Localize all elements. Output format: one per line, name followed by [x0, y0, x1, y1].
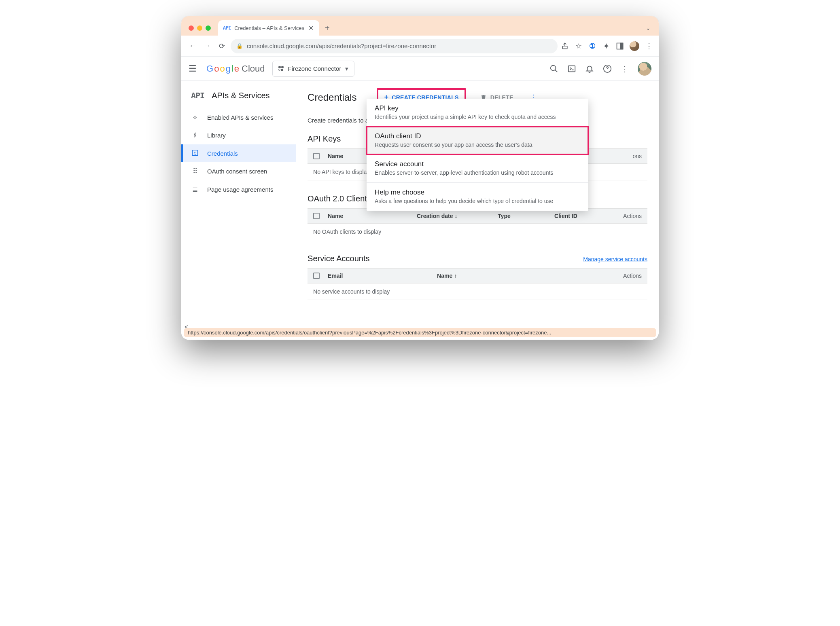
svg-rect-2 [620, 43, 623, 49]
select-all-checkbox[interactable] [313, 153, 320, 159]
column-name[interactable]: Name [328, 213, 409, 219]
sort-asc-icon: ↑ [454, 273, 457, 279]
column-creation-date[interactable]: Creation date↓ [417, 213, 490, 219]
sidebar-item-label: OAuth consent screen [207, 168, 267, 175]
sidebar-item-library[interactable]: ♯ Library [181, 126, 296, 144]
toolbar-icons: ☆ ① ✦ ⋮ [561, 41, 653, 51]
tab-title: Credentials – APIs & Services [234, 25, 304, 31]
svc-empty: No service accounts to display [308, 283, 647, 300]
project-picker[interactable]: Firezone Connector ▾ [272, 61, 355, 77]
section-service-accounts-title: Service Accounts [308, 254, 369, 263]
tab-strip: API Credentials – APIs & Services ✕ + ⌄ [181, 16, 659, 36]
select-all-checkbox[interactable] [313, 273, 320, 279]
menu-item-service-account[interactable]: Service account Enables server-to-server… [367, 154, 588, 182]
minimize-window[interactable] [197, 25, 202, 31]
column-actions: Actions [623, 213, 642, 219]
account-avatar[interactable] [638, 62, 651, 76]
help-icon[interactable] [603, 64, 612, 73]
sidebar-item-label: Page usage agreements [207, 186, 273, 193]
menu-item-help-me-choose[interactable]: Help me choose Asks a few questions to h… [367, 183, 588, 211]
new-tab-button[interactable]: + [325, 23, 330, 33]
menu-icon[interactable]: ☰ [189, 63, 199, 74]
browser-tab[interactable]: API Credentials – APIs & Services ✕ [218, 20, 319, 36]
bookmark-icon[interactable]: ☆ [575, 42, 583, 50]
close-tab-icon[interactable]: ✕ [308, 24, 314, 32]
key-icon: ⚿ [191, 149, 199, 157]
project-name: Firezone Connector [288, 65, 342, 72]
window-controls [189, 25, 211, 31]
oauth-empty: No OAuth clients to display [308, 223, 647, 240]
reading-list-icon[interactable] [616, 42, 624, 50]
svg-rect-0 [562, 46, 567, 49]
column-name[interactable]: Name↑ [437, 273, 498, 279]
column-type[interactable]: Type [498, 213, 546, 219]
password-manager-icon[interactable]: ① [588, 42, 596, 50]
sidebar-item-credentials[interactable]: ⚿ Credentials [181, 144, 296, 162]
back-button[interactable]: ← [187, 40, 198, 52]
tab-favicon: API [223, 25, 231, 31]
column-email[interactable]: Email [328, 273, 429, 279]
status-bar: https://console.cloud.google.com/apis/cr… [184, 328, 656, 337]
library-icon: ♯ [191, 131, 199, 140]
column-actions: Actions [623, 273, 642, 279]
cloud-shell-icon[interactable] [567, 64, 576, 73]
dropdown-icon: ▾ [345, 65, 348, 72]
reload-button[interactable]: ⟳ [216, 40, 227, 52]
sidebar: API APIs & Services ⟐ Enabled APIs & ser… [181, 81, 296, 340]
sidebar-item-page-usage[interactable]: ≣ Page usage agreements [181, 180, 296, 199]
sidebar-item-oauth-consent[interactable]: ⠿ OAuth consent screen [181, 162, 296, 180]
url-text: console.cloud.google.com/apis/credential… [247, 42, 436, 49]
sort-desc-icon: ↓ [455, 213, 458, 219]
agreements-icon: ≣ [191, 185, 199, 194]
share-icon[interactable] [561, 42, 569, 50]
tabs-dropdown-icon[interactable]: ⌄ [646, 25, 651, 31]
notifications-icon[interactable] [585, 64, 594, 73]
svg-point-3 [551, 65, 556, 70]
select-all-checkbox[interactable] [313, 213, 320, 219]
forward-button[interactable]: → [202, 40, 213, 52]
maximize-window[interactable] [206, 25, 211, 31]
sidebar-item-enabled-apis[interactable]: ⟐ Enabled APIs & services [181, 108, 296, 126]
project-icon [278, 66, 284, 72]
extensions-icon[interactable]: ✦ [602, 42, 610, 50]
column-client-id[interactable]: Client ID [554, 213, 615, 219]
browser-menu-icon[interactable]: ⋮ [645, 42, 653, 50]
profile-avatar[interactable] [630, 41, 639, 51]
diamond-icon: ⟐ [191, 113, 199, 121]
manage-service-accounts-link[interactable]: Manage service accounts [583, 256, 647, 262]
search-icon[interactable] [549, 64, 558, 73]
url-input[interactable]: 🔒 console.cloud.google.com/apis/credenti… [231, 39, 558, 53]
main-content: Credentials + CREATE CREDENTIALS DELETE … [296, 81, 659, 340]
sidebar-item-label: Enabled APIs & services [207, 114, 273, 121]
browser-window: API Credentials – APIs & Services ✕ + ⌄ … [181, 16, 659, 340]
api-logo: API [191, 91, 204, 100]
svc-table-header: Email Name↑ Actions [308, 268, 647, 283]
sidebar-item-label: Credentials [207, 150, 238, 157]
google-cloud-logo[interactable]: Google Cloud [206, 63, 265, 74]
lock-icon: 🔒 [236, 43, 243, 49]
close-window[interactable] [189, 25, 194, 31]
menu-item-oauth-client-id[interactable]: OAuth client ID Requests user consent so… [367, 127, 588, 154]
sidebar-title: APIs & Services [212, 91, 269, 100]
menu-item-api-key[interactable]: API key Identifies your project using a … [367, 99, 588, 127]
consent-icon: ⠿ [191, 167, 199, 176]
column-actions: ons [632, 153, 642, 159]
cloud-header: ☰ Google Cloud Firezone Connector ▾ ⋮ [181, 57, 659, 81]
page-title: Credentials [308, 92, 356, 103]
more-icon[interactable]: ⋮ [621, 64, 629, 74]
create-credentials-menu: API key Identifies your project using a … [367, 99, 588, 211]
address-bar: ← → ⟳ 🔒 console.cloud.google.com/apis/cr… [181, 36, 659, 57]
sidebar-item-label: Library [207, 132, 226, 139]
